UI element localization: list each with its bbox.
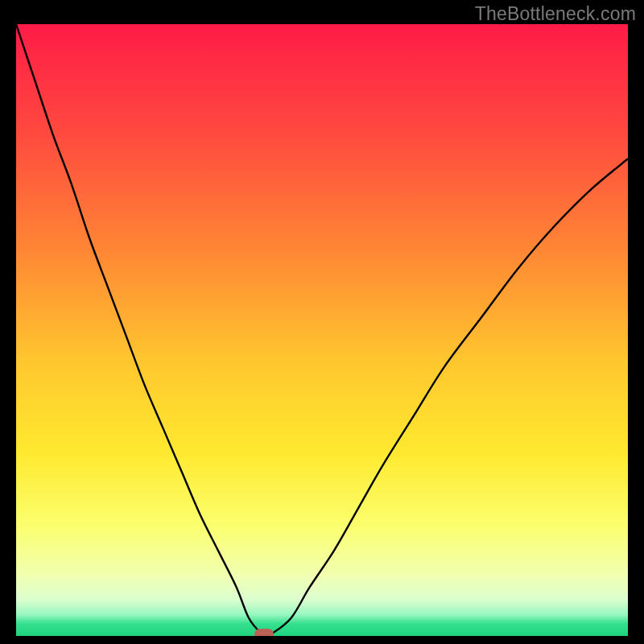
bottleneck-curve bbox=[16, 24, 628, 635]
curve-layer bbox=[16, 24, 628, 636]
optimal-point-marker bbox=[254, 629, 274, 636]
plot-area bbox=[16, 24, 628, 636]
chart-frame: TheBottleneck.com bbox=[0, 0, 644, 644]
watermark-text: TheBottleneck.com bbox=[475, 3, 636, 25]
